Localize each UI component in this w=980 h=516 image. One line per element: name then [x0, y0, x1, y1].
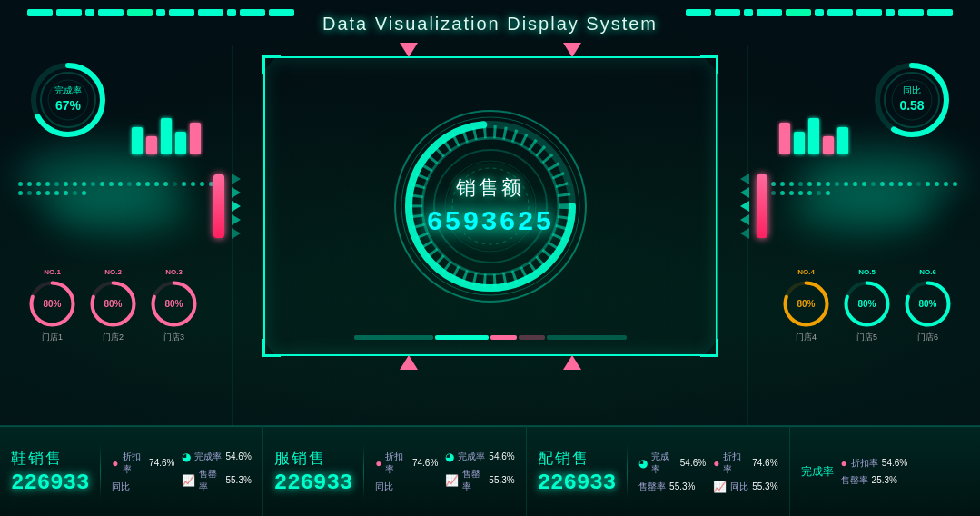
app-title: Data Visualization Display System [322, 14, 658, 35]
store-item-3: NO.3 80% 门店3 [149, 268, 199, 343]
center-progress-bar [354, 335, 627, 340]
store-3-name: 门店3 [163, 332, 184, 343]
dt-r5 [798, 182, 803, 186]
dt-r24 [771, 191, 776, 195]
store-3-no: NO.3 [165, 268, 183, 276]
header-dash-l8 [198, 9, 223, 16]
header-dash-l6 [156, 9, 165, 16]
right-dot-trail [762, 182, 962, 195]
card-3-sale-row: 售罄率 55.3% [638, 481, 706, 493]
dt-r3 [780, 182, 785, 186]
dt-r12 [862, 182, 866, 186]
stores-right: NO.4 80% 门店4 NO.5 80% 门店5 NO.6 [781, 268, 953, 343]
dt-r10 [844, 182, 848, 186]
header-dash-l2 [56, 9, 82, 16]
card-3-yoy-label: 同比 [730, 481, 748, 493]
header-dash-l7 [169, 9, 194, 16]
card-1-discount-row: ● 折扣率 74.6% [112, 451, 174, 476]
card-2-stats2: ◕ 完成率 54.6% 📈 售罄率 55.3% [445, 451, 514, 493]
card-2-sale-row: 📈 售罄率 55.3% [445, 468, 514, 493]
card-3-complete-label: 完成率 [651, 451, 677, 476]
right-gauge-value: 0.58 [899, 97, 924, 115]
card-1-sale-val: 55.3% [226, 475, 252, 485]
store-item-5: NO.5 80% 门店5 [842, 268, 892, 343]
dt-r17 [907, 182, 912, 186]
card-3-stats: ◕ 完成率 54.6% 售罄率 55.3% [638, 451, 706, 493]
stat-card-clothing: 服销售 226933 ● 折扣率 74.6% 同比 ◕ 完成率 54.6% 📈 … [262, 426, 526, 516]
left-gauge-value: 67% [55, 97, 81, 115]
dt-l28 [64, 191, 68, 195]
dt-l17 [163, 182, 168, 186]
dt-l19 [182, 182, 186, 186]
store-4-pct: 80% [797, 298, 815, 310]
card-1-discount-label: 折扣率 [123, 451, 146, 476]
header-dash-l5 [127, 9, 153, 16]
card-2-discount-label: 折扣率 [385, 451, 409, 476]
card-2-yoy-label: 同比 [375, 481, 393, 493]
card-2-title: 服销售 [274, 448, 352, 469]
store-5-pct: 80% [857, 298, 876, 310]
card-3-discount-label: 折扣率 [723, 451, 748, 476]
card-2-discount-row: ● 折扣率 74.6% [375, 451, 438, 476]
header-dash-r9 [886, 9, 895, 16]
dt-l15 [145, 182, 150, 186]
left-dot-trail [18, 182, 218, 195]
dt-l24 [27, 191, 32, 195]
dt-l18 [173, 182, 177, 186]
dt-l2 [27, 182, 32, 186]
card-4-sale-row: 售罄率 25.3% [841, 474, 908, 487]
header-dash-l1 [27, 9, 53, 16]
dt-l13 [127, 182, 132, 186]
vbar-l5 [190, 123, 201, 154]
dt-l10 [100, 182, 104, 186]
stat-card-shoes: 鞋销售 226933 ● 折扣率 74.6% 同比 ◕ 完成率 54.6% 📈 … [0, 426, 262, 516]
card-2-sale-label: 售罄率 [462, 468, 485, 493]
card-1-sale-row: 📈 售罄率 55.3% [182, 468, 251, 493]
dt-r7 [817, 182, 821, 186]
left-vbar-group [132, 118, 201, 154]
store-2-label: 80% [88, 279, 138, 329]
store-3-pct: 80% [164, 298, 183, 310]
dt-r4 [789, 182, 794, 186]
header-dash-r11 [927, 9, 953, 16]
chev-r5 [740, 228, 749, 239]
prog-seg-2 [435, 335, 488, 340]
card-3-complete-val: 54.6% [680, 458, 706, 468]
vbar-l2 [146, 136, 157, 154]
discount-icon-1: ● [112, 457, 118, 470]
tri-bot-right [563, 355, 581, 370]
store-4-name: 门店4 [796, 332, 817, 343]
card-4-discount-row: ● 折扣率 54.6% [841, 457, 908, 470]
dt-r30 [826, 191, 830, 195]
dt-l14 [136, 182, 141, 186]
store-1-name: 门店1 [42, 332, 63, 343]
vsep-2 [363, 444, 364, 499]
header-dash-r6 [815, 9, 824, 16]
vbar-l4 [175, 132, 186, 154]
header-dash-l10 [240, 9, 265, 16]
card-1-title: 鞋销售 [11, 448, 89, 469]
header-dash-l3 [85, 9, 94, 16]
dt-l11 [109, 182, 114, 186]
dt-r2 [771, 182, 776, 186]
chev-l5 [232, 228, 241, 239]
complete-icon-2: ◕ [445, 451, 454, 463]
store-2-name: 门店2 [103, 332, 124, 343]
dt-r18 [916, 182, 921, 186]
prog-seg-5 [547, 335, 627, 340]
chart-icon-2: 📈 [445, 474, 459, 487]
bg-blob-1 [18, 145, 182, 209]
store-item-4: NO.4 80% 门店4 [781, 268, 831, 343]
store-5-no: NO.5 [858, 268, 876, 276]
store-6-ring: 80% [903, 279, 953, 329]
store-1-pct: 80% [43, 298, 61, 310]
card-3-stats2: ● 折扣率 74.6% 📈 同比 55.3% [713, 451, 777, 493]
dt-l23 [18, 191, 23, 195]
chevrons-right [740, 174, 749, 239]
card-1-complete-label: 完成率 [194, 451, 222, 463]
discount-icon-2: ● [375, 457, 381, 470]
dt-r28 [807, 191, 812, 195]
prog-seg-4 [519, 335, 545, 340]
store-4-no: NO.4 [797, 268, 815, 276]
vsep-1 [100, 444, 101, 499]
